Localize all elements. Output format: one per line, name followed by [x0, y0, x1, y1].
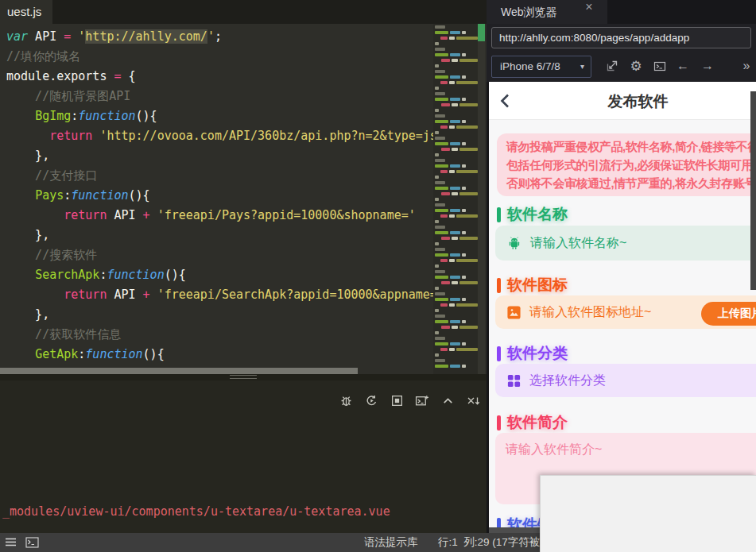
code-line: return 'http://ovooa.com/API/360bz/api.p…	[6, 126, 433, 146]
back-arrow-icon[interactable]: ←	[674, 56, 692, 75]
heading-bar	[497, 415, 501, 430]
minimap[interactable]	[433, 24, 478, 374]
editor-pane: uest.js var API = 'http://ahlly.com/';//…	[0, 0, 487, 552]
code-line: Pays:function(){	[6, 186, 433, 206]
code-line: },	[6, 226, 433, 245]
page-header: 发布软件	[489, 82, 756, 120]
app-name-placeholder: 请输入软件名称~	[530, 235, 626, 252]
console-splitter[interactable]	[0, 374, 487, 380]
collapse-panel-icon[interactable]	[440, 393, 455, 407]
popup-overlay-panel	[540, 475, 756, 552]
open-console-icon[interactable]	[651, 56, 669, 75]
code-editor[interactable]: var API = 'http://ahlly.com/';//填你的域名mod…	[0, 24, 487, 374]
code-line: //搜索软件	[6, 245, 433, 265]
cursor-position-status: 行:1 列:29 (17字符被	[438, 535, 540, 550]
code-line: },	[6, 146, 433, 166]
more-tools-icon[interactable]: »	[738, 56, 755, 75]
forward-arrow-icon[interactable]: →	[699, 56, 716, 75]
android-icon	[506, 235, 522, 251]
browser-tabbar: Web浏览器 ×	[487, 0, 756, 24]
restart-icon[interactable]	[364, 393, 378, 407]
code-line: BgImg:function(){	[6, 106, 433, 126]
browser-toolbar: iPhone 6/7/8 ▾ ⚙ ← → »	[487, 52, 756, 82]
browser-url-row: http://ahlly.com:8080/pages/app/addapp	[487, 24, 756, 52]
code-line: GetApk:function(){	[6, 345, 433, 365]
code-area[interactable]: var API = 'http://ahlly.com/';//填你的域名mod…	[6, 27, 433, 369]
image-icon	[506, 305, 521, 320]
editor-horizontal-scrollbar[interactable]	[0, 368, 358, 374]
chevron-down-icon: ▾	[580, 56, 584, 77]
editor-tabbar: uest.js	[0, 0, 487, 24]
code-line: //支付接口	[6, 166, 433, 186]
debug-bug-icon[interactable]	[339, 393, 353, 407]
browser-vertical-scrollbar[interactable]	[750, 91, 756, 290]
editor-tab-request-js[interactable]: uest.js	[0, 0, 52, 24]
browser-tab-close-icon[interactable]: ×	[580, 0, 598, 14]
minimap-scroll-thumb[interactable]	[478, 24, 485, 41]
code-line: //填你的域名	[6, 47, 433, 67]
code-line: SearchApk:function(){	[6, 265, 433, 285]
grid-icon	[506, 373, 521, 388]
code-line: },	[6, 305, 433, 325]
warning-notice: 请勿投稿严重侵权产品,软件名称,简介,链接等不得包括任何形式的引流行为,必须保证…	[497, 133, 756, 196]
section-heading-app-description: 软件简介	[497, 413, 568, 432]
url-input[interactable]: http://ahlly.com:8080/pages/app/addapp	[491, 27, 751, 48]
heading-bar	[497, 278, 501, 293]
upload-image-button[interactable]: 上传图片	[701, 302, 756, 326]
device-select-value: iPhone 6/7/8	[500, 60, 560, 72]
code-line: var API = 'http://ahlly.com/';	[6, 27, 433, 47]
splitter-handle-icon	[230, 375, 257, 379]
section-heading-app-icon: 软件图标	[497, 276, 568, 295]
minimap-scroll-track[interactable]	[478, 24, 485, 374]
code-line: module.exports = {	[6, 67, 433, 87]
section-heading-app-name: 软件名称	[497, 205, 568, 224]
syntax-lib-status[interactable]: 语法提示库	[364, 535, 418, 550]
console-panel: _modules/uview-ui/components/u-textarea/…	[0, 380, 487, 533]
app-name-input[interactable]: 请输入软件名称~	[495, 226, 756, 261]
mobile-page-preview: 发布软件 请勿投稿严重侵权产品,软件名称,简介,链接等不得包括任何形式的引流行为…	[489, 82, 756, 529]
page-title: 发布软件	[489, 91, 756, 112]
code-line: //随机背景图API	[6, 87, 433, 106]
stop-icon[interactable]	[390, 393, 404, 407]
clear-close-icon[interactable]	[466, 393, 480, 407]
console-toolbar	[339, 393, 480, 407]
terminal-icon[interactable]	[25, 537, 39, 548]
heading-bar	[497, 207, 501, 222]
new-terminal-icon[interactable]	[415, 393, 429, 407]
code-line: return API + 'freeapi/Pays?appid=10000&s…	[6, 206, 433, 226]
code-line: //获取软件信息	[6, 325, 433, 345]
hbuilderx-window: uest.js var API = 'http://ahlly.com/';//…	[0, 0, 756, 552]
section-heading-app-category: 软件分类	[497, 344, 568, 363]
console-log-line: _modules/uview-ui/components/u-textarea/…	[2, 502, 390, 521]
heading-bar	[497, 346, 501, 361]
app-category-placeholder: 选择软件分类	[529, 373, 606, 389]
gear-icon[interactable]: ⚙	[627, 56, 645, 75]
device-select[interactable]: iPhone 6/7/8 ▾	[491, 56, 591, 78]
browser-horizontal-scrollbar[interactable]	[489, 527, 541, 533]
app-icon-placeholder: 请输入软件图标地址~	[529, 304, 651, 321]
web-browser-pane: Web浏览器 × http://ahlly.com:8080/pages/app…	[487, 0, 756, 533]
app-category-select[interactable]: 选择软件分类	[495, 364, 756, 397]
menu-hamburger-icon[interactable]	[5, 536, 17, 548]
code-line: return API + 'freeapi/SearchApk?appid=10…	[6, 285, 433, 305]
open-external-icon[interactable]	[603, 56, 621, 75]
